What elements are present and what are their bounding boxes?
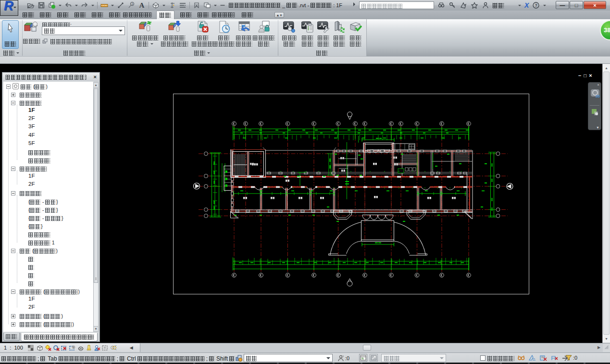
svg-text:1: 1	[131, 2, 133, 5]
svg-text:?: ?	[535, 3, 538, 8]
svg-text:2D: 2D	[596, 95, 600, 98]
